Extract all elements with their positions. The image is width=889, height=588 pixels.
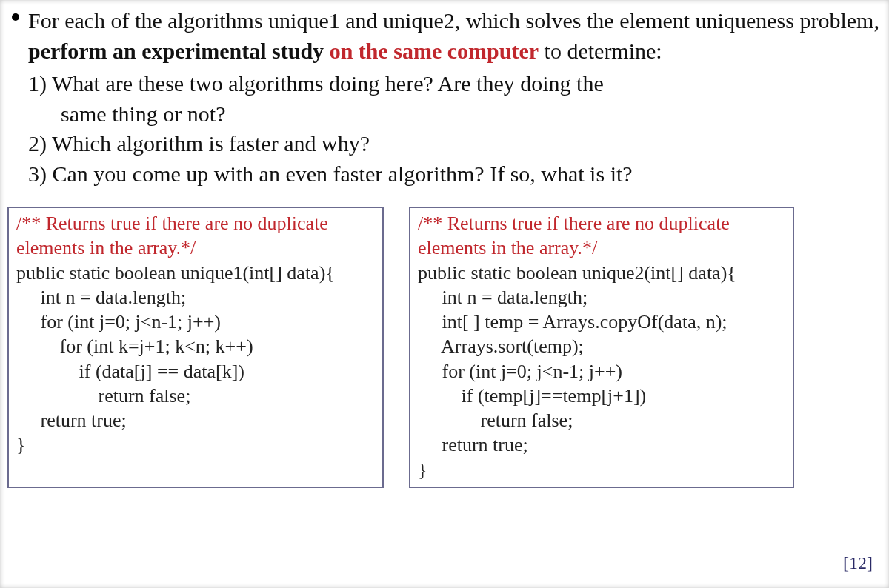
code2-line6: if (temp[j]==temp[j+1]): [418, 384, 785, 408]
question-2: 2) Which algorithm is faster and why?: [28, 129, 880, 159]
bullet-icon: [12, 13, 19, 21]
code2-line5: for (int j=0; j<n-1; j++): [418, 359, 785, 384]
page: For each of the algorithms unique1 and u…: [0, 0, 889, 588]
code2-comment1: /** Returns true if there are no duplica…: [418, 211, 785, 235]
code1-comment1: /** Returns true if there are no duplica…: [16, 211, 375, 235]
code2-line8: return true;: [418, 432, 785, 457]
code2-line7: return false;: [418, 408, 785, 432]
question-1: 1) What are these two algorithms doing h…: [28, 69, 880, 129]
bullet-text-1: For each of the algorithms unique1 and u…: [28, 8, 879, 33]
code-box-unique2: /** Returns true if there are no duplica…: [409, 207, 794, 488]
code1-line2: int n = data.length;: [16, 285, 375, 310]
code2-line1: public static boolean unique2(int[] data…: [418, 261, 785, 285]
code-box-unique1: /** Returns true if there are no duplica…: [7, 207, 384, 488]
code1-line7: return true;: [16, 408, 375, 432]
code2-line9: }: [418, 458, 785, 482]
page-number: [12]: [843, 553, 873, 573]
bullet-paragraph: For each of the algorithms unique1 and u…: [28, 6, 880, 66]
code2-comment2: elements in the array.*/: [418, 235, 785, 260]
code1-line6: return false;: [16, 384, 375, 408]
code2-line3: int[ ] temp = Arrays.copyOf(data, n);: [418, 310, 785, 334]
code2-line2: int n = data.length;: [418, 285, 785, 310]
code1-line4: for (int k=j+1; k<n; k++): [16, 334, 375, 358]
question-3: 3) Can you come up with an even faster a…: [28, 159, 880, 190]
code-container: /** Returns true if there are no duplica…: [7, 207, 880, 488]
code1-comment2: elements in the array.*/: [16, 235, 375, 260]
code2-line4: Arrays.sort(temp);: [418, 334, 785, 358]
code1-line3: for (int j=0; j<n-1; j++): [16, 310, 375, 334]
question-list: 1) What are these two algorithms doing h…: [28, 69, 880, 189]
code1-line1: public static boolean unique1(int[] data…: [16, 261, 375, 285]
bullet-text-2: to determine:: [539, 39, 662, 63]
code1-line8: }: [16, 432, 375, 457]
q1-line2: same thing or not?: [28, 101, 225, 126]
code1-line5: if (data[j] == data[k]): [16, 359, 375, 384]
q1-line1: 1) What are these two algorithms doing h…: [28, 71, 604, 96]
bullet-red: on the same computer: [324, 39, 539, 63]
bullet-bold: perform an experimental study: [28, 39, 324, 63]
